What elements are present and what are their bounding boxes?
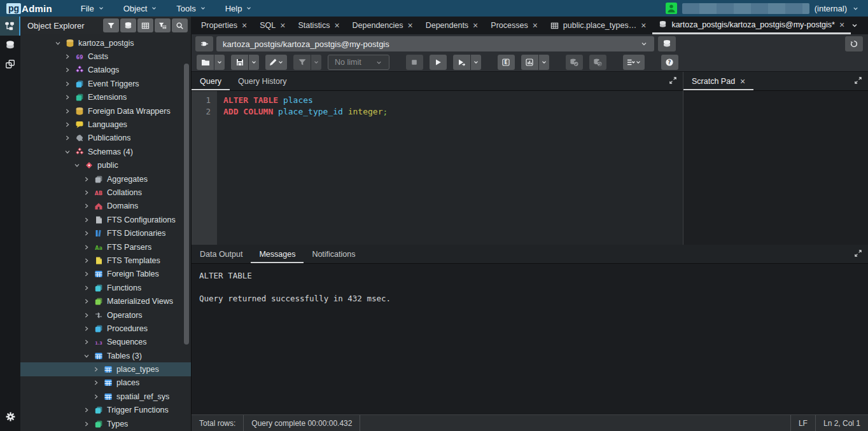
tree-item-extensions[interactable]: Extensions xyxy=(20,91,191,104)
explorer-database-filter-button[interactable] xyxy=(120,18,136,32)
user-menu[interactable]: (internal) xyxy=(666,3,862,14)
tree-item-publications[interactable]: Publications xyxy=(20,132,191,145)
chevron-right-icon[interactable] xyxy=(83,284,90,292)
chevron-right-icon[interactable] xyxy=(83,175,90,183)
tree-item-tables-3[interactable]: Tables (3) xyxy=(20,349,191,362)
close-icon[interactable]: × xyxy=(533,21,538,30)
chevron-right-icon[interactable] xyxy=(83,406,90,414)
edit-button[interactable] xyxy=(265,55,287,70)
tree-item-aggregates[interactable]: Aggregates xyxy=(20,172,191,186)
chevron-down-icon[interactable] xyxy=(851,22,858,29)
row-limit-select[interactable]: No limit xyxy=(328,55,389,70)
explorer-search-button[interactable] xyxy=(172,18,188,32)
explorer-table-filter-button[interactable] xyxy=(155,18,171,32)
chevron-right-icon[interactable] xyxy=(64,66,71,74)
tree-item-event-triggers[interactable]: Event Triggers xyxy=(20,77,191,90)
commit-button[interactable] xyxy=(566,55,583,70)
close-icon[interactable]: × xyxy=(242,21,247,30)
menu-tools[interactable]: Tools xyxy=(167,0,215,17)
tree-item-fts-templates[interactable]: FTS Templates xyxy=(20,254,191,267)
expand-icon[interactable] xyxy=(669,76,677,85)
close-icon[interactable]: × xyxy=(334,21,339,30)
menu-help[interactable]: Help xyxy=(216,0,262,17)
new-connection-button[interactable] xyxy=(658,36,676,51)
chevron-down-icon[interactable] xyxy=(54,39,62,47)
chevron-right-icon[interactable] xyxy=(64,134,71,142)
execute-button[interactable] xyxy=(430,55,447,70)
chevron-right-icon[interactable] xyxy=(83,311,90,319)
tree-item-place-types[interactable]: place_types xyxy=(20,362,191,376)
chevron-right-icon[interactable] xyxy=(92,393,100,400)
tree-item-foreign-data-wrappers[interactable]: Foreign Data Wrappers xyxy=(20,104,191,118)
tree-item-fts-dictionaries[interactable]: FTS Dictionaries xyxy=(20,226,191,240)
chevron-right-icon[interactable] xyxy=(83,270,90,278)
chevron-down-icon[interactable] xyxy=(83,352,90,360)
chevron-right-icon[interactable] xyxy=(83,243,90,251)
filter-button[interactable] xyxy=(293,55,311,70)
chevron-right-icon[interactable] xyxy=(83,189,90,196)
chevron-down-icon[interactable] xyxy=(73,161,81,169)
connection-button[interactable] xyxy=(195,36,213,51)
tab-query[interactable]: Query xyxy=(192,72,230,90)
menu-object[interactable]: Object xyxy=(114,0,167,17)
open-file-dropdown-button[interactable] xyxy=(214,55,225,70)
chevron-right-icon[interactable] xyxy=(83,338,90,346)
tree-item-procedures[interactable]: Procedures xyxy=(20,322,191,335)
chevron-right-icon[interactable] xyxy=(92,366,100,373)
chevron-right-icon[interactable] xyxy=(64,53,71,60)
tree-item-domains[interactable]: Domains xyxy=(20,200,191,213)
chevron-right-icon[interactable] xyxy=(83,202,90,210)
tree-item-places[interactable]: places xyxy=(20,376,191,390)
explorer-grid-button[interactable] xyxy=(137,18,153,32)
filter-dropdown-button[interactable] xyxy=(311,55,321,70)
tree-item-catalogs[interactable]: Catalogs xyxy=(20,64,191,77)
rail-layout-windows-button[interactable] xyxy=(0,55,20,74)
macros-button[interactable] xyxy=(623,55,645,70)
tree-item-foreign-tables[interactable]: Foreign Tables xyxy=(20,268,191,281)
tab-sql[interactable]: SQL× xyxy=(253,17,291,34)
tree-item-functions[interactable]: Functions xyxy=(20,281,191,294)
rail-object-explorer-button[interactable] xyxy=(0,17,20,36)
tree-item-collations[interactable]: ABCollations xyxy=(20,186,191,199)
save-button[interactable] xyxy=(231,55,248,70)
connection-select[interactable]: kartoza_postgis/kartoza_postgis@my-postg… xyxy=(216,36,654,51)
chevron-right-icon[interactable] xyxy=(83,298,90,305)
scratch-pad-content[interactable] xyxy=(683,91,868,245)
save-dropdown-button[interactable] xyxy=(248,55,259,70)
explain-button[interactable]: E xyxy=(498,55,515,70)
rollback-button[interactable] xyxy=(589,55,606,70)
tree-item-kartoza-postgis[interactable]: kartoza_postgis xyxy=(20,36,191,50)
tab-dependencies[interactable]: Dependencies× xyxy=(346,17,419,34)
chevron-right-icon[interactable] xyxy=(83,420,90,428)
tab-statistics[interactable]: Statistics× xyxy=(291,17,346,34)
open-file-button[interactable] xyxy=(197,55,214,70)
close-icon[interactable]: × xyxy=(641,21,646,30)
tree-item-fts-configurations[interactable]: FTS Configurations xyxy=(20,213,191,226)
close-icon[interactable]: × xyxy=(280,21,285,30)
explorer-filter-button[interactable] xyxy=(103,18,119,32)
chevron-right-icon[interactable] xyxy=(83,216,90,224)
tab-properties[interactable]: Properties× xyxy=(195,17,253,34)
tree-scrollbar[interactable] xyxy=(184,64,189,345)
sql-editor[interactable]: 12 ALTER TABLE placesADD COLUMN place_ty… xyxy=(192,91,683,245)
tree-item-public[interactable]: public xyxy=(20,159,191,172)
tree-item-types[interactable]: Types xyxy=(20,417,191,430)
tab-notifications[interactable]: Notifications xyxy=(304,245,363,263)
tab-query-history[interactable]: Query History xyxy=(230,72,295,90)
explain-analyze-dropdown-button[interactable] xyxy=(538,55,549,70)
eol-indicator[interactable]: LF xyxy=(790,415,815,431)
tree-item-trigger-functions[interactable]: Trigger Functions xyxy=(20,404,191,417)
tree-item-schemas-4[interactable]: Schemas (4) xyxy=(20,145,191,158)
history-button[interactable] xyxy=(845,36,863,51)
tree-item-spatial-ref-sys[interactable]: spatial_ref_sys xyxy=(20,390,191,403)
chevron-right-icon[interactable] xyxy=(83,325,90,332)
close-icon[interactable]: × xyxy=(740,76,745,86)
chevron-right-icon[interactable] xyxy=(83,257,90,264)
rail-settings-button[interactable] xyxy=(0,407,20,426)
tab-processes[interactable]: Processes× xyxy=(484,17,544,34)
menu-file[interactable]: File xyxy=(71,0,114,17)
chevron-right-icon[interactable] xyxy=(92,379,100,387)
chevron-right-icon[interactable] xyxy=(64,121,71,128)
close-icon[interactable]: × xyxy=(408,21,413,30)
tab-scratch-pad[interactable]: Scratch Pad × xyxy=(683,72,753,90)
